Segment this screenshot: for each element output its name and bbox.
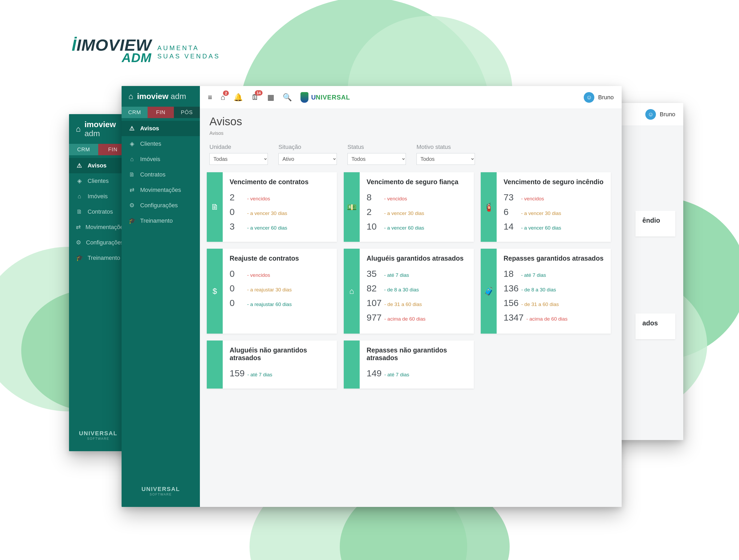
card-reajuste-contratos[interactable]: $ Reajuste de contratos 0- vencidos 0- a… bbox=[207, 249, 337, 333]
tab-crm[interactable]: CRM bbox=[122, 107, 148, 118]
apps-icon[interactable]: ▦ bbox=[267, 93, 274, 102]
card-title: Repasses não garantidos atrasados bbox=[366, 346, 467, 362]
sidebar-item-contratos[interactable]: 🗎Contratos bbox=[69, 204, 127, 220]
sidebar-item-imoveis[interactable]: ⌂Imóveis bbox=[69, 189, 127, 204]
card-stripe bbox=[207, 340, 223, 389]
gear-icon: ⚙ bbox=[76, 239, 81, 246]
money-icon: 💵 bbox=[344, 172, 360, 242]
house-icon: ⌂ bbox=[344, 249, 360, 333]
document-icon: 🗎 bbox=[76, 208, 83, 215]
house-icon: ⌂ bbox=[76, 193, 83, 200]
sidebar-item-avisos[interactable]: ⚠Avisos bbox=[69, 158, 127, 173]
warning-icon: ⚠ bbox=[76, 162, 83, 169]
fire-extinguisher-icon: 🧯 bbox=[481, 172, 497, 242]
sidebar-item-treina[interactable]: 🎓Treinamento bbox=[122, 213, 200, 229]
sidebar-app-title: ⌂ imoview adm bbox=[69, 114, 127, 144]
home-icon: ⌂ bbox=[76, 125, 81, 134]
card-title: Vencimento de seguro fiança bbox=[366, 178, 467, 186]
stat-value: 3 bbox=[230, 221, 245, 232]
filter-select-unidade[interactable]: Todas bbox=[209, 153, 268, 165]
sidebar-item-clientes[interactable]: ◈Clientes bbox=[69, 173, 127, 189]
filter-select-situacao[interactable]: Ativo bbox=[278, 153, 337, 165]
dollar-icon: $ bbox=[207, 249, 223, 333]
user-name: Bruno bbox=[598, 94, 614, 101]
card-repasses-garantidos[interactable]: 🧳 Repasses garantidos atrasados 18- até … bbox=[481, 249, 611, 333]
stat-label: - a vencer 30 dias bbox=[247, 211, 287, 216]
card-alugueis-nao-garantidos[interactable]: Aluguéis não garantidos atrasados 159- a… bbox=[207, 340, 337, 389]
sidebar-item-moviment[interactable]: ⇄Movimentações bbox=[122, 182, 200, 198]
home-icon: ⌂ bbox=[129, 92, 133, 101]
filter-label-motivo: Motivo status bbox=[417, 144, 475, 150]
sidebar-item-moviment[interactable]: ⇄Movimentações bbox=[69, 220, 127, 235]
calendar-icon[interactable]: 🗓14 bbox=[251, 93, 259, 102]
card-title: Repasses garantidos atrasados bbox=[503, 255, 604, 262]
sidebar-item-clientes[interactable]: ◈Clientes bbox=[122, 136, 200, 152]
user-menu[interactable]: ☺ Bruno bbox=[645, 109, 675, 120]
user-menu[interactable]: ☺ Bruno bbox=[584, 92, 614, 103]
card-peek-title: êndio bbox=[642, 217, 669, 224]
topbar: ≡ ⌂2 🔔 🗓14 ▦ 🔍 UNIVERSAL ☺ Bruno bbox=[200, 86, 622, 109]
card-vencimento-contratos[interactable]: 🗎 Vencimento de contratos 2- vencidos 0-… bbox=[207, 172, 337, 242]
transfer-icon: ⇄ bbox=[76, 224, 81, 231]
badge: 14 bbox=[255, 90, 263, 96]
sidebar-app-title: ⌂ imoview adm bbox=[122, 86, 200, 107]
card-alugueis-garantidos[interactable]: ⌂ Aluguéis garantidos atrasados 35- até … bbox=[344, 249, 474, 333]
partner-brand: UNIVERSAL bbox=[300, 92, 350, 103]
card-seguro-incendio[interactable]: 🧯 Vencimento de seguro incêndio 73- venc… bbox=[481, 172, 611, 242]
app-window-front: ⌂ imoview adm CRM FIN PÓS ⚠Avisos ◈Clien… bbox=[122, 86, 622, 507]
menu-icon[interactable]: ≡ bbox=[208, 93, 212, 102]
filter-select-motivo[interactable]: Todos bbox=[417, 153, 475, 165]
gear-icon: ⚙ bbox=[129, 202, 135, 209]
brand-line2: ADM bbox=[72, 53, 152, 63]
product-brand: İIMOVIEW ADM AUMENTA SUAS VENDAS bbox=[72, 38, 220, 63]
avatar: ☺ bbox=[645, 109, 656, 120]
document-icon: 🗎 bbox=[129, 171, 135, 178]
sidebar-item-config[interactable]: ⚙Configurações bbox=[122, 198, 200, 213]
tab-crm[interactable]: CRM bbox=[69, 144, 98, 155]
tab-fin[interactable]: FIN bbox=[148, 107, 174, 118]
brand-mark-icon bbox=[300, 92, 308, 103]
card-seguro-fianca[interactable]: 💵 Vencimento de seguro fiança 8- vencido… bbox=[344, 172, 474, 242]
stat-value: 0 bbox=[230, 207, 245, 217]
card-title: Vencimento de seguro incêndio bbox=[503, 178, 604, 186]
card-title: Aluguéis garantidos atrasados bbox=[366, 255, 467, 262]
transfer-icon: ⇄ bbox=[129, 186, 135, 193]
brand-tag-1: AUMENTA bbox=[157, 44, 220, 52]
sidebar-footer-brand: UNIVERSALSOFTWARE bbox=[69, 423, 127, 451]
sidebar-item-config[interactable]: ⚙Configurações bbox=[69, 235, 127, 250]
clients-icon: ◈ bbox=[76, 177, 83, 184]
stat-label: - vencidos bbox=[247, 196, 270, 202]
card-title: Reajuste de contratos bbox=[230, 255, 330, 262]
tab-pos[interactable]: PÓS bbox=[174, 107, 200, 118]
card-peek-title: ados bbox=[642, 319, 669, 327]
brand-tag-2: SUAS VENDAS bbox=[157, 52, 220, 60]
graduation-icon: 🎓 bbox=[76, 255, 83, 261]
stat-label: - a vencer 60 dias bbox=[247, 225, 287, 231]
breadcrumb: Avisos bbox=[209, 131, 612, 136]
filter-select-status[interactable]: Todos bbox=[347, 153, 406, 165]
sidebar-item-contratos[interactable]: 🗎Contratos bbox=[122, 167, 200, 182]
sidebar-footer-brand: UNIVERSALSOFTWARE bbox=[122, 478, 200, 507]
home-icon[interactable]: ⌂2 bbox=[220, 93, 225, 102]
graduation-icon: 🎓 bbox=[129, 218, 135, 224]
card-repasses-nao-garantidos[interactable]: Repasses não garantidos atrasados 149- a… bbox=[344, 340, 474, 389]
warning-icon: ⚠ bbox=[129, 125, 135, 132]
house-icon: ⌂ bbox=[129, 156, 135, 163]
filter-label-status: Status bbox=[347, 144, 406, 150]
document-icon: 🗎 bbox=[207, 172, 223, 242]
bell-icon[interactable]: 🔔 bbox=[234, 93, 243, 102]
clients-icon: ◈ bbox=[129, 140, 135, 147]
sidebar-item-imoveis[interactable]: ⌂Imóveis bbox=[122, 152, 200, 167]
avatar: ☺ bbox=[584, 92, 594, 103]
briefcase-icon: 🧳 bbox=[481, 249, 497, 333]
card-title: Vencimento de contratos bbox=[230, 178, 330, 186]
card-title: Aluguéis não garantidos atrasados bbox=[230, 346, 330, 362]
badge: 2 bbox=[223, 91, 229, 96]
sidebar-item-treina[interactable]: 🎓Treinamento bbox=[69, 250, 127, 266]
filter-label-situacao: Situação bbox=[278, 144, 337, 150]
stat-value: 2 bbox=[230, 192, 245, 202]
page-title: Avisos bbox=[209, 115, 612, 128]
sidebar-item-avisos[interactable]: ⚠Avisos bbox=[122, 121, 200, 136]
search-icon[interactable]: 🔍 bbox=[283, 93, 292, 102]
filter-label-unidade: Unidade bbox=[209, 144, 268, 150]
